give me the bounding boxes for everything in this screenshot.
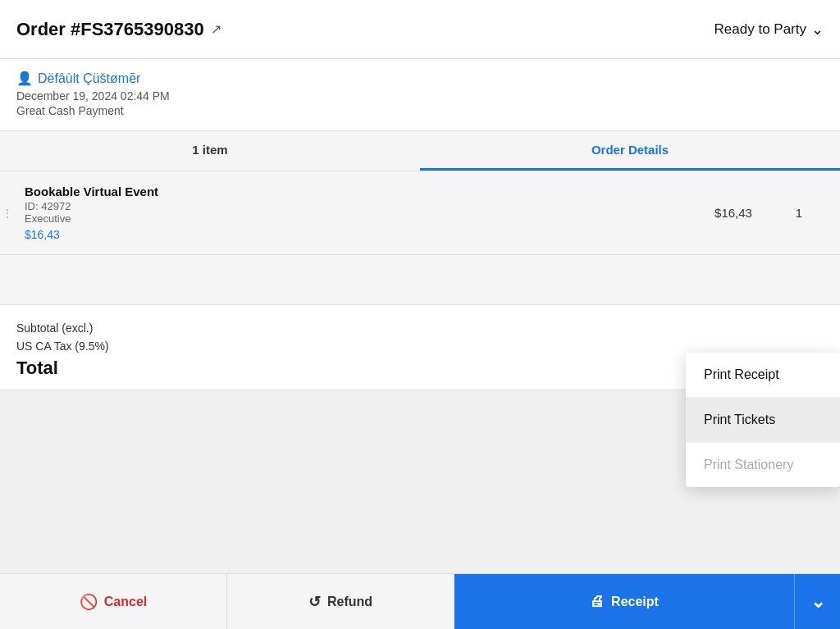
empty-area bbox=[0, 255, 840, 304]
customer-section: 👤 Dëfâùlt Çüštømēr December 19, 2024 02:… bbox=[0, 59, 840, 131]
item-price: $16,43 bbox=[692, 206, 774, 220]
footer-bar: 🚫 Cancel ↺ Refund 🖨 Receipt ⌄ bbox=[0, 573, 840, 629]
external-link-icon[interactable]: ↗ bbox=[211, 21, 221, 37]
order-header: Order #FS3765390830 ↗ Ready to Party ⌄ bbox=[0, 0, 840, 59]
refund-icon: ↺ bbox=[308, 593, 321, 611]
print-dropdown-menu: Print Receipt Print Tickets Print Statio… bbox=[686, 353, 840, 487]
item-name: Bookable Virtual Event bbox=[25, 185, 692, 198]
item-info: Bookable Virtual Event ID: 42972 Executi… bbox=[16, 185, 692, 241]
person-icon: 👤 bbox=[16, 71, 33, 86]
cancel-icon: 🚫 bbox=[80, 593, 98, 611]
cancel-button[interactable]: 🚫 Cancel bbox=[0, 574, 226, 629]
customer-payment: Great Cash Payment bbox=[16, 104, 824, 117]
refund-button[interactable]: ↺ Refund bbox=[226, 574, 454, 629]
items-area: ⋮ Bookable Virtual Event ID: 42972 Execu… bbox=[0, 171, 840, 304]
print-stationery-option: Print Stationery bbox=[686, 443, 840, 487]
customer-name-row: 👤 Dëfâùlt Çüštømēr bbox=[16, 71, 824, 86]
item-price-blue: $16,43 bbox=[25, 228, 692, 241]
printer-icon: 🖨 bbox=[590, 593, 605, 610]
customer-name[interactable]: Dëfâùlt Çüštømēr bbox=[38, 71, 140, 86]
receipt-button[interactable]: 🖨 Receipt bbox=[454, 574, 794, 629]
receipt-chevron-button[interactable]: ⌄ bbox=[794, 574, 840, 629]
receipt-chevron-icon: ⌄ bbox=[810, 591, 825, 613]
order-number: Order #FS3765390830 bbox=[16, 19, 204, 40]
item-id: ID: 42972 bbox=[25, 200, 692, 212]
tabs-bar: 1 item Order Details bbox=[0, 131, 840, 171]
status-chevron-icon: ⌄ bbox=[811, 21, 824, 39]
status-dropdown[interactable]: Ready to Party ⌄ bbox=[714, 21, 824, 39]
subtotal-row: Subtotal (excl.) bbox=[16, 321, 824, 335]
item-quantity: 1 bbox=[774, 206, 824, 220]
tab-order-details[interactable]: Order Details bbox=[420, 131, 840, 171]
order-status: Ready to Party bbox=[714, 21, 806, 38]
tab-items[interactable]: 1 item bbox=[0, 131, 420, 171]
print-receipt-option[interactable]: Print Receipt bbox=[686, 353, 840, 398]
header-left: Order #FS3765390830 ↗ bbox=[16, 19, 221, 40]
table-row: ⋮ Bookable Virtual Event ID: 42972 Execu… bbox=[0, 171, 840, 255]
drag-handle-icon[interactable]: ⋮ bbox=[2, 207, 13, 220]
item-tier: Executive bbox=[25, 212, 692, 225]
customer-date: December 19, 2024 02:44 PM bbox=[16, 89, 824, 103]
tax-row: US CA Tax (9.5%) bbox=[16, 340, 824, 353]
print-tickets-option[interactable]: Print Tickets bbox=[686, 398, 840, 443]
